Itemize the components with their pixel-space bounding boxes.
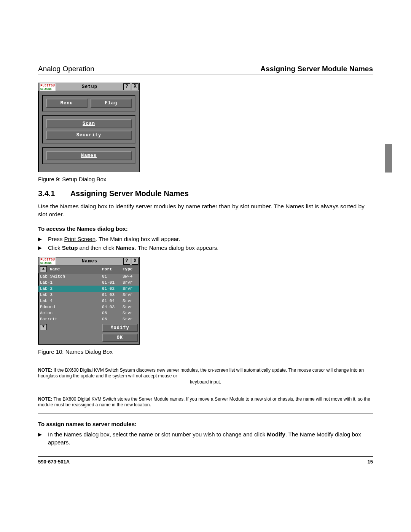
menu-button[interactable]: Menu xyxy=(46,99,88,108)
cell-type: Srvr xyxy=(121,316,139,322)
setup-panel-2: Scan Security xyxy=(42,115,135,144)
intro-paragraph: Use the Names dialog box to identify ser… xyxy=(38,203,373,219)
setup-panel-1: Menu Flag xyxy=(42,95,135,112)
cell-port: 01-02 xyxy=(100,286,121,292)
logo-bottom: SIEMENS xyxy=(40,88,55,91)
cell-name: Lab Switch xyxy=(38,273,100,280)
section-heading: 3.4.1 Assigning Server Module Names xyxy=(38,189,373,198)
cell-type: Srvr xyxy=(121,298,139,304)
subhead-assign: To assign names to server modules: xyxy=(38,421,373,427)
separator xyxy=(38,414,373,414)
cell-port: 01-04 xyxy=(100,298,121,304)
note-2: NOTE: The BX600 Digital KVM Switch store… xyxy=(38,396,373,408)
cell-name: Acton xyxy=(38,310,100,316)
setup-dialog: FUJITSU SIEMENS Setup ? X Menu Flag Scan… xyxy=(38,83,140,172)
subhead-access: To access the Names dialog box: xyxy=(38,225,373,232)
figure10-caption: Figure 10: Names Dialog Box xyxy=(38,348,373,355)
modify-button[interactable]: Modify xyxy=(102,324,138,332)
logo-top: FUJITSU xyxy=(40,84,55,88)
header-right: Assigning Server Module Names xyxy=(260,65,373,73)
cell-name: Lab-4 xyxy=(38,298,100,304)
cell-type: Srvr xyxy=(121,280,139,286)
assign-steps: ▶ In the Names dialog box, select the na… xyxy=(38,430,373,446)
bullet-arrow-icon: ▶ xyxy=(38,235,43,243)
cell-type: Srvr xyxy=(121,304,139,310)
separator xyxy=(38,362,373,362)
bullet-arrow-icon: ▶ xyxy=(38,244,43,251)
cell-type: Srvr xyxy=(121,286,139,292)
bullet-arrow-icon: ▶ xyxy=(38,430,43,438)
cell-name: Edmond xyxy=(38,304,100,310)
page-header: Analog Operation Assigning Server Module… xyxy=(38,65,373,75)
names-table: ▲ Name Port Type Lab Switch01Sw-4Lab-101… xyxy=(38,265,139,322)
assign-step-1: ▶ In the Names dialog box, select the na… xyxy=(38,430,373,446)
cell-name: Lab-2 xyxy=(38,286,100,292)
col-name[interactable]: Name xyxy=(48,265,100,273)
cell-name: Lab-1 xyxy=(38,280,100,286)
table-row[interactable]: Lab-201-02Srvr xyxy=(38,286,139,292)
page-footer: 590-673-501A 15 xyxy=(38,456,373,465)
cell-type: Srvr xyxy=(121,310,139,316)
cell-type: Srvr xyxy=(121,292,139,298)
header-left: Analog Operation xyxy=(38,65,94,73)
step-2: ▶ Click Setup and then click Names. The … xyxy=(38,244,373,252)
setup-title: Setup xyxy=(57,84,122,89)
names-titlebar: FUJITSU SIEMENS Names ? X xyxy=(38,257,139,265)
cell-name: Lab-3 xyxy=(38,292,100,298)
cell-port: 04-03 xyxy=(100,304,121,310)
logo-top: FUJITSU xyxy=(40,258,55,262)
doc-number: 590-673-501A xyxy=(38,459,70,465)
scan-button[interactable]: Scan xyxy=(46,119,132,128)
section-number: 3.4.1 xyxy=(38,189,55,198)
cell-port: 06 xyxy=(100,310,121,316)
assign-step-1-text: In the Names dialog box, select the name… xyxy=(48,430,373,446)
names-button[interactable]: Names xyxy=(46,151,132,160)
flag-button[interactable]: Flag xyxy=(91,99,132,108)
cell-name: Barrett xyxy=(38,316,100,322)
cell-port: 01-03 xyxy=(100,292,121,298)
table-row[interactable]: Lab-301-03Srvr xyxy=(38,292,139,298)
step-1-text: Press Print Screen. The Main dialog box … xyxy=(48,235,180,243)
cell-type: Sw-4 xyxy=(121,273,139,280)
help-icon[interactable]: ? xyxy=(123,83,130,90)
table-row[interactable]: Barrett06Srvr xyxy=(38,316,139,322)
cell-port: 06 xyxy=(100,316,121,322)
setup-panel-3: Names xyxy=(42,147,135,164)
note-label: NOTE: xyxy=(38,396,52,402)
page-number: 15 xyxy=(368,459,373,465)
close-icon[interactable]: X xyxy=(132,258,139,265)
setup-titlebar: FUJITSU SIEMENS Setup ? X xyxy=(38,83,139,91)
figure9-caption: Figure 9: Setup Dialog Box xyxy=(38,176,373,182)
names-title: Names xyxy=(57,259,122,264)
help-icon[interactable]: ? xyxy=(123,258,130,265)
table-row[interactable]: Lab Switch01Sw-4 xyxy=(38,273,139,280)
col-type[interactable]: Type xyxy=(121,265,139,273)
ok-button[interactable]: OK xyxy=(102,334,138,342)
print-screen-link: Print Screen xyxy=(64,236,96,242)
separator xyxy=(38,391,373,391)
thumb-tab xyxy=(385,144,392,173)
fujitsu-logo: FUJITSU SIEMENS xyxy=(39,257,56,265)
table-row[interactable]: Edmond04-03Srvr xyxy=(38,304,139,310)
table-row[interactable]: Acton06Srvr xyxy=(38,310,139,316)
scroll-up-icon[interactable]: ▲ xyxy=(40,266,47,272)
note-label: NOTE: xyxy=(38,367,52,373)
names-dialog: FUJITSU SIEMENS Names ? X ▲ Name Port Ty… xyxy=(38,257,140,345)
step-2-text: Click Setup and then click Names. The Na… xyxy=(48,244,218,252)
close-icon[interactable]: X xyxy=(132,83,139,90)
step-1: ▶ Press Print Screen. The Main dialog bo… xyxy=(38,235,373,243)
cell-port: 01 xyxy=(100,273,121,280)
table-row[interactable]: Lab-101-01Srvr xyxy=(38,280,139,286)
fujitsu-logo: FUJITSU SIEMENS xyxy=(39,83,56,91)
security-button[interactable]: Security xyxy=(46,131,132,140)
scroll-down-icon[interactable]: ▼ xyxy=(40,324,47,330)
section-title: Assigning Server Module Names xyxy=(70,189,189,198)
note-1: NOTE: If the BX600 Digital KVM Switch Sy… xyxy=(38,367,373,385)
access-steps: ▶ Press Print Screen. The Main dialog bo… xyxy=(38,235,373,252)
col-port[interactable]: Port xyxy=(100,265,121,273)
table-row[interactable]: Lab-401-04Srvr xyxy=(38,298,139,304)
cell-port: 01-01 xyxy=(100,280,121,286)
logo-bottom: SIEMENS xyxy=(40,262,55,265)
